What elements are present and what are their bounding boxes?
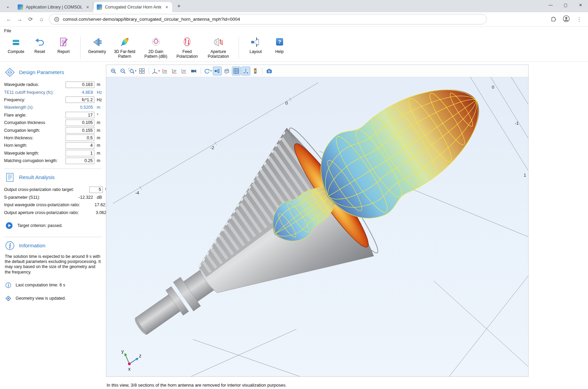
play-status-icon xyxy=(5,222,13,229)
new-tab-button[interactable]: + xyxy=(174,1,184,11)
target-criterion-status: Target criterion: passed. xyxy=(5,222,103,229)
param-row: Corrugation thickness m xyxy=(4,119,103,126)
help-button[interactable]: ? Help xyxy=(268,36,291,54)
close-button[interactable]: ✕ xyxy=(573,0,588,10)
view-caption: In this view, 3/8 sections of the horn a… xyxy=(107,383,287,388)
help-icon: ? xyxy=(274,36,285,48)
layout-button[interactable]: Layout xyxy=(244,36,268,54)
transparency-toggle-icon[interactable] xyxy=(213,67,222,75)
comsol-favicon xyxy=(97,4,102,10)
svg-text:-1: -1 xyxy=(515,121,519,126)
camera-view-icon[interactable] xyxy=(189,67,198,75)
geometry-updated-icon xyxy=(5,296,11,301)
zoom-box-icon[interactable]: ▾ xyxy=(128,67,137,75)
app-ribbon: Compute Reset Report xyxy=(0,35,588,62)
section-divider xyxy=(4,169,102,169)
horn-length-input[interactable] xyxy=(66,142,94,149)
site-info-icon[interactable] xyxy=(54,17,59,22)
toolbar-separator xyxy=(149,68,149,74)
waveguide-radius-input[interactable] xyxy=(66,82,94,88)
orientation-icon[interactable]: ▾ xyxy=(151,67,160,75)
zoom-out-icon[interactable] xyxy=(118,67,127,75)
toolbar-separator xyxy=(262,68,262,74)
frequency-input[interactable] xyxy=(66,96,94,103)
rotate-icon[interactable]: ▾ xyxy=(203,67,212,75)
color-legend-icon[interactable] xyxy=(251,67,260,75)
grid-toggle-icon[interactable] xyxy=(232,67,241,75)
dropdown-caret-icon: ▾ xyxy=(158,69,160,72)
geometry-button[interactable]: Geometry xyxy=(85,36,109,54)
svg-text:-4: -4 xyxy=(135,190,139,195)
aperture-polarization-icon xyxy=(213,36,224,48)
svg-text:xy: xy xyxy=(164,69,167,72)
cross-polarization-target-input[interactable] xyxy=(89,187,103,193)
reset-button[interactable]: Reset xyxy=(28,36,52,54)
gain-pattern-button[interactable]: 2D Gain Pattern (dBi) xyxy=(140,36,171,59)
back-icon[interactable]: ← xyxy=(3,14,14,25)
extensions-icon[interactable] xyxy=(548,14,559,25)
param-row: Waveguide length: m xyxy=(4,149,103,157)
section-title: Result Analysis xyxy=(19,174,55,180)
flare-angle-input[interactable] xyxy=(66,112,94,118)
view-xy-icon[interactable]: xy xyxy=(161,67,170,75)
tab-close-icon[interactable]: ✕ xyxy=(85,4,90,10)
app-main: Design Parameters Waveguide radius: m TE… xyxy=(0,62,588,389)
horn-thickness-input[interactable] xyxy=(66,135,94,141)
section-title: Information xyxy=(19,243,45,249)
matching-corrugation-length-input[interactable] xyxy=(66,158,94,164)
model-3d-view[interactable]: 0 -2 -4 0 -1 1 xyxy=(106,77,528,376)
tab-close-icon[interactable]: ✕ xyxy=(164,4,169,10)
browser-tab-horn-antenna[interactable]: Corrugated Circular Horn Anten ✕ xyxy=(93,2,172,12)
tab-search-button[interactable]: ⌄ xyxy=(2,1,14,11)
svg-text:0: 0 xyxy=(492,85,494,90)
browser-tab-application-library[interactable]: Application Library | COMSOL S ✕ xyxy=(14,2,93,12)
tab-title: Corrugated Circular Horn Anten xyxy=(105,5,161,10)
section-title: Design Parameters xyxy=(19,69,64,75)
param-row: Frequency: Hz xyxy=(4,96,103,104)
tab-title: Application Library | COMSOL S xyxy=(26,5,82,10)
file-menu[interactable]: File xyxy=(0,26,588,35)
corrugation-thickness-input[interactable] xyxy=(66,120,94,126)
snapshot-icon[interactable] xyxy=(265,67,274,75)
gain-2d-icon xyxy=(150,36,162,48)
minimize-button[interactable]: — xyxy=(543,0,558,10)
browser-tab-strip: ⌄ Application Library | COMSOL S ✕ Corru… xyxy=(0,0,588,12)
param-row: Corrugation length: m xyxy=(4,126,103,134)
axes-toggle-icon[interactable] xyxy=(241,67,250,75)
zoom-extents-icon[interactable] xyxy=(137,67,146,75)
svg-text:0: 0 xyxy=(285,101,288,106)
svg-text:?: ? xyxy=(278,39,281,45)
info-circle-icon xyxy=(5,282,11,288)
result-analysis-icon xyxy=(5,172,15,182)
browser-menu-icon[interactable]: ⋮ xyxy=(574,14,585,25)
waveguide-length-input[interactable] xyxy=(66,150,94,156)
farfield-3d-icon xyxy=(119,36,130,48)
feed-polarization-button[interactable]: Feed Polarization xyxy=(171,36,203,59)
aperture-polarization-button[interactable]: Aperture Polarization xyxy=(203,36,234,59)
url-text: comsol.com/server-demo/app/library_corru… xyxy=(63,17,240,22)
scene-light-icon[interactable] xyxy=(222,67,231,75)
reset-icon xyxy=(34,36,45,48)
report-button[interactable]: Report xyxy=(52,36,75,54)
dropdown-caret-icon: ▾ xyxy=(210,69,212,72)
result-analysis-header: Result Analysis xyxy=(5,172,103,182)
compute-button[interactable]: Compute xyxy=(4,36,28,54)
forward-icon[interactable]: → xyxy=(14,14,25,25)
corrugation-length-input[interactable] xyxy=(66,127,94,134)
te11-cutoff-value: 4.8E8 xyxy=(66,90,94,95)
svg-text:y: y xyxy=(122,349,124,354)
profile-avatar[interactable] xyxy=(561,14,572,25)
comsol-app: File Compute Reset xyxy=(0,26,588,389)
window-controls: — ▢ ✕ xyxy=(543,0,588,12)
farfield-pattern-button[interactable]: 3D Far-field Pattern xyxy=(109,36,140,59)
home-icon[interactable]: ⌂ xyxy=(36,14,47,25)
zoom-in-icon[interactable] xyxy=(109,67,118,75)
address-bar[interactable]: comsol.com/server-demo/app/library_corru… xyxy=(49,14,487,24)
view-yz-icon[interactable]: yz xyxy=(170,67,179,75)
view-xz-icon[interactable]: xz xyxy=(180,67,189,75)
param-row: Horn thickness: m xyxy=(4,134,103,142)
maximize-button[interactable]: ▢ xyxy=(558,0,573,10)
wavelength-value: 0.5205 xyxy=(66,105,94,110)
reload-icon[interactable]: ⟳ xyxy=(25,14,36,25)
param-row: Waveguide radius: m xyxy=(4,81,103,88)
